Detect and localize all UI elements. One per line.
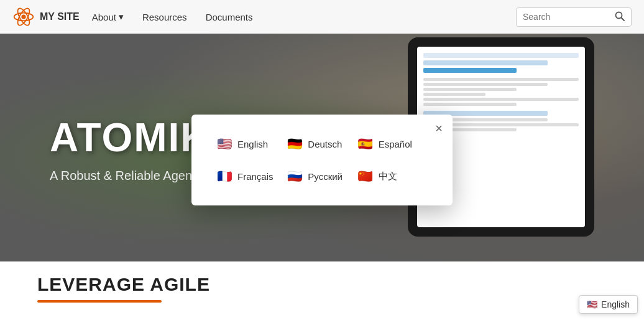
modal-overlay: × 🇺🇸 English 🇩🇪 Deutsch 🇪🇸 Español 🇫🇷 Fr… xyxy=(0,0,644,320)
flag-fr: 🇫🇷 xyxy=(216,168,232,184)
flag-cn: 🇨🇳 xyxy=(357,168,374,184)
lang-chinese[interactable]: 🇨🇳 中文 xyxy=(357,166,428,187)
language-grid: 🇺🇸 English 🇩🇪 Deutsch 🇪🇸 Español 🇫🇷 Fran… xyxy=(216,133,428,187)
flag-us: 🇺🇸 xyxy=(216,136,232,152)
language-modal: × 🇺🇸 English 🇩🇪 Deutsch 🇪🇸 Español 🇫🇷 Fr… xyxy=(191,115,453,205)
lang-francais[interactable]: 🇫🇷 Français xyxy=(216,166,287,187)
footer-language-label: English xyxy=(601,299,630,309)
lang-deutsch[interactable]: 🇩🇪 Deutsch xyxy=(287,133,357,154)
footer-language-button[interactable]: 🇺🇸 English xyxy=(579,295,638,314)
lang-russian[interactable]: 🇷🇺 Русский xyxy=(287,166,357,187)
lang-espanol[interactable]: 🇪🇸 Español xyxy=(357,133,428,154)
modal-close-button[interactable]: × xyxy=(435,122,443,134)
flag-ru: 🇷🇺 xyxy=(287,168,303,184)
footer-flag: 🇺🇸 xyxy=(587,299,597,309)
flag-es: 🇪🇸 xyxy=(357,136,374,152)
lang-english[interactable]: 🇺🇸 English xyxy=(216,133,287,154)
flag-de: 🇩🇪 xyxy=(287,136,303,152)
